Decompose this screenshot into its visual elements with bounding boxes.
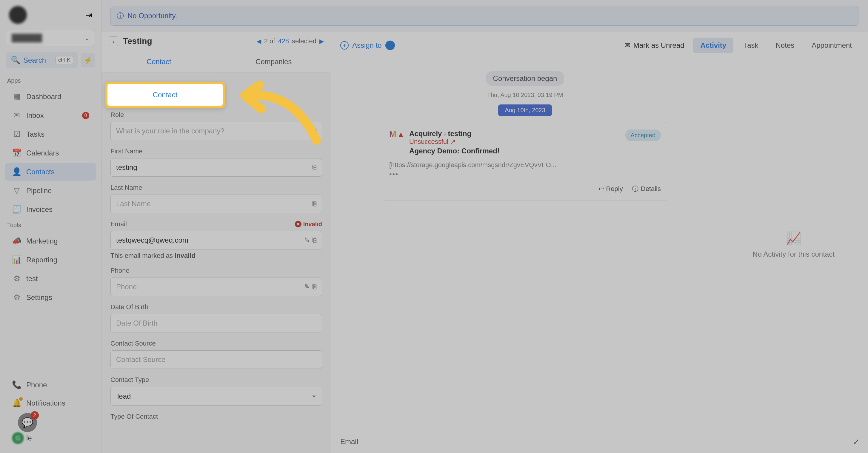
mark-unread-button[interactable]: ✉ Mark as Unread xyxy=(624,41,684,50)
nav-inbox[interactable]: ✉Inbox0 xyxy=(5,106,96,124)
contacts-icon: 👤 xyxy=(12,167,22,176)
section-apps: Apps xyxy=(0,74,101,87)
email-note: This email marked as Invalid xyxy=(111,252,322,260)
tab-appointment[interactable]: Appointment xyxy=(804,38,859,53)
email-expand-dots[interactable]: ••• xyxy=(389,170,661,179)
nav-marketing[interactable]: 📣Marketing xyxy=(5,232,96,250)
nav-dashboard[interactable]: ▦Dashboard xyxy=(5,88,96,105)
envelope-icon: ✉ xyxy=(624,41,630,50)
expand-icon[interactable]: ⤢ xyxy=(853,438,859,446)
last-name-input-wrap[interactable]: ⎘ xyxy=(111,195,322,213)
role-input-wrap[interactable]: ⎘ xyxy=(111,122,322,140)
marketing-icon: 📣 xyxy=(12,236,22,246)
phone-input[interactable] xyxy=(116,283,304,291)
contact-title: Testing xyxy=(123,36,252,46)
profile-avatar[interactable]: G xyxy=(12,432,24,444)
tutorial-highlight-contact-tab[interactable]: Contact xyxy=(105,82,225,108)
email-input-wrap[interactable]: ✎ ⎘ xyxy=(111,231,322,250)
nav-tasks[interactable]: ☑Tasks xyxy=(5,125,96,143)
last-name-input[interactable] xyxy=(116,200,312,208)
source-input-wrap[interactable] xyxy=(111,350,322,369)
info-icon: ⓘ xyxy=(632,185,639,193)
activity-tabs: Activity Task Notes Appointment xyxy=(693,38,859,53)
nav-pipeline[interactable]: ▽Pipeline xyxy=(5,182,96,199)
menu-toggle-icon[interactable]: ⇥ xyxy=(85,10,92,20)
field-action-icon[interactable]: ⎘ xyxy=(312,283,316,291)
role-input[interactable] xyxy=(116,127,312,135)
type-select[interactable]: lead xyxy=(116,392,316,400)
quick-action-button[interactable]: ⚡ xyxy=(81,53,95,67)
phone-icon: 📞 xyxy=(12,380,22,389)
nav-test[interactable]: ⚙test xyxy=(5,270,96,287)
search-label: Search xyxy=(23,56,53,64)
chart-icon: 📈 xyxy=(786,231,801,245)
reply-button[interactable]: ↩Reply xyxy=(598,185,623,193)
warning-icon: ▲ xyxy=(397,130,404,138)
nav-notifications[interactable]: 🔔Notifications xyxy=(5,394,96,412)
workspace-avatar[interactable] xyxy=(9,6,27,24)
pager-total[interactable]: 428 xyxy=(278,37,289,45)
record-pager: ◀ 2 of 428 selected ▶ xyxy=(257,37,324,45)
pager-next[interactable]: ▶ xyxy=(319,38,324,45)
tab-notes[interactable]: Notes xyxy=(769,38,802,53)
opportunity-banner: ⓘ No Opportunity. xyxy=(111,6,859,26)
field-type-of-contact: Type Of Contact xyxy=(111,413,322,420)
dob-input-wrap[interactable] xyxy=(111,314,322,332)
first-name-input-wrap[interactable]: ⎘ xyxy=(111,158,322,177)
phone-input-wrap[interactable]: ✎ ⎘ xyxy=(111,278,322,296)
field-action-icon[interactable]: ⎘ xyxy=(312,200,316,208)
email-status: Unsuccessful↗ xyxy=(409,138,621,145)
field-action-icon[interactable]: ⎘ xyxy=(312,127,316,135)
chat-widget[interactable]: 💬2 xyxy=(18,413,37,432)
dob-input[interactable] xyxy=(116,319,316,327)
nav-calendars[interactable]: 📅Calendars xyxy=(5,144,96,162)
edit-icon[interactable]: ✎ xyxy=(304,236,310,244)
nav-phone[interactable]: 📞Phone xyxy=(5,376,96,394)
back-button[interactable]: ‹ xyxy=(108,36,118,46)
search-box[interactable]: 🔍 Search ctrl K xyxy=(6,52,78,68)
sidebar: ⇥ ██████ ⌄ 🔍 Search ctrl K ⚡ Apps ▦Dashb… xyxy=(0,0,101,453)
tab-activity[interactable]: Activity xyxy=(693,38,733,53)
tab-contact[interactable]: Contact xyxy=(101,51,216,72)
nav-settings[interactable]: ⚙Settings xyxy=(5,289,96,306)
pager-prev[interactable]: ◀ xyxy=(257,38,261,45)
section-tools: Tools xyxy=(0,219,101,232)
activity-sidebar: 📈 No Activity for this contact xyxy=(719,59,868,430)
error-icon: ✕ xyxy=(295,221,302,227)
invoices-icon: 🧾 xyxy=(12,205,22,214)
gear-icon: ⚙ xyxy=(12,274,22,283)
source-input[interactable] xyxy=(116,355,316,364)
nav-contacts[interactable]: 👤Contacts xyxy=(5,163,96,181)
external-link-icon[interactable]: ↗ xyxy=(450,138,456,145)
type-select-wrap[interactable]: lead xyxy=(111,387,322,406)
email-input[interactable] xyxy=(116,236,304,245)
nav-invoices[interactable]: 🧾Invoices xyxy=(5,200,96,218)
email-from: Acquirely›testing xyxy=(409,130,621,138)
field-type: Contact Type lead xyxy=(111,376,322,406)
email-card[interactable]: M▲ Acquirely›testing Unsuccessful↗ Agenc… xyxy=(382,122,668,201)
info-icon: ⓘ xyxy=(117,11,124,21)
detail-tabs: Contact Companies xyxy=(101,51,331,73)
nav-reporting[interactable]: 📊Reporting xyxy=(5,251,96,268)
gmail-icon: M▲ xyxy=(389,130,404,139)
reply-icon: ↩ xyxy=(598,185,604,193)
search-row: 🔍 Search ctrl K ⚡ xyxy=(0,52,101,68)
notification-dot xyxy=(19,397,23,401)
assign-to-button[interactable]: + Assign to xyxy=(340,41,395,50)
edit-icon[interactable]: ✎ xyxy=(304,283,310,291)
tasks-icon: ☑ xyxy=(12,130,22,139)
field-action-icon[interactable]: ⎘ xyxy=(312,236,316,244)
first-name-input[interactable] xyxy=(116,163,312,171)
details-button[interactable]: ⓘDetails xyxy=(632,185,661,193)
conversation-time: Thu, Aug 10 2023, 03:19 PM xyxy=(487,92,563,98)
field-action-icon[interactable]: ⎘ xyxy=(312,164,316,171)
account-selector[interactable]: ██████ ⌄ xyxy=(6,30,95,46)
search-icon: 🔍 xyxy=(11,56,20,65)
inbox-badge: 0 xyxy=(82,112,89,119)
field-dob: Date Of Birth xyxy=(111,303,322,332)
tab-companies[interactable]: Companies xyxy=(216,51,331,72)
tab-task[interactable]: Task xyxy=(736,38,765,53)
invalid-badge: ✕Invalid xyxy=(295,221,322,228)
compose-bar[interactable]: Email ⤢ xyxy=(331,430,868,453)
conversation-began-pill: Conversation began xyxy=(486,71,564,86)
